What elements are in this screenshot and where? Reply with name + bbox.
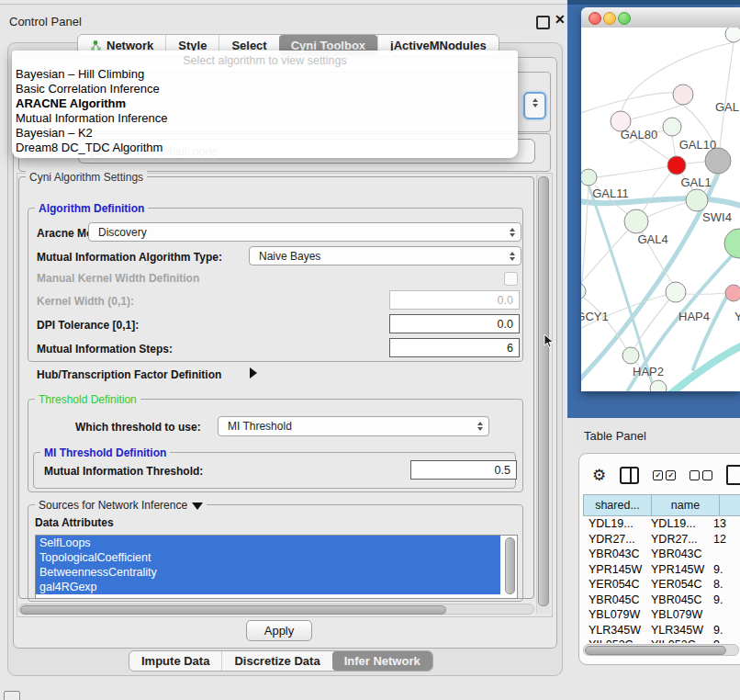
- which-threshold-label: Which threshold to use:: [75, 421, 201, 434]
- table-cell: YBL079W: [645, 608, 708, 621]
- algorithm-popup-list: Bayesian – Hill ClimbingBasic Correlatio…: [12, 67, 518, 155]
- algorithm-option[interactable]: Mutual Information Inference: [12, 111, 518, 126]
- mi-threshold-value: 0.5: [495, 464, 510, 477]
- deselect-all-icon[interactable]: [690, 470, 712, 480]
- table-horizontal-scrollbar[interactable]: [583, 644, 739, 656]
- tab-infer-network[interactable]: Infer Network: [332, 651, 432, 671]
- network-node[interactable]: [686, 189, 708, 211]
- tab-discretize-data[interactable]: Discretize Data: [221, 651, 331, 671]
- select-all-icon[interactable]: ✓✓: [653, 470, 676, 480]
- table-panel-titlebar: Table Panel: [567, 418, 740, 451]
- algorithm-option[interactable]: Bayesian – Hill Climbing: [12, 67, 518, 82]
- mi-steps-input[interactable]: 6: [389, 338, 520, 357]
- table-row[interactable]: YBL079WYBL079W: [583, 607, 740, 623]
- expand-arrow-icon[interactable]: [250, 367, 257, 378]
- table-cell: YBR043C: [583, 548, 645, 560]
- table-doc-icon[interactable]: [726, 465, 740, 485]
- network-node[interactable]: [663, 118, 681, 136]
- table-row[interactable]: YER054CYER054C8.: [583, 577, 740, 593]
- threshold-definition-title: Threshold Definition: [35, 393, 140, 406]
- network-canvas[interactable]: GALGAL80GAL10GAL1SWI4GAL11GAL4GCY1HAP4YH…: [581, 28, 740, 391]
- column-header-shared...[interactable]: shared...: [583, 494, 652, 516]
- node-label: HAP2: [633, 365, 664, 378]
- table-row[interactable]: YBR045CYBR045C9.: [583, 593, 740, 608]
- data-attributes-items: SelfLoopsTopologicalCoefficientBetweenne…: [36, 536, 517, 594]
- table-row[interactable]: YDR27...YDR27...12: [583, 532, 740, 548]
- network-node[interactable]: [667, 156, 686, 175]
- minimize-traffic-light-icon[interactable]: [603, 12, 616, 25]
- algorithm-option[interactable]: Dream8 DC_TDC Algorithm: [12, 141, 518, 155]
- node-label: SWI4: [702, 210, 732, 224]
- table-cell: YLR345W: [645, 624, 708, 637]
- mi-type-value: Naive Bayes: [259, 250, 320, 263]
- attribute-list-item[interactable]: SelfLoops: [36, 536, 500, 550]
- network-node[interactable]: [666, 282, 686, 302]
- node-label: HAP4: [678, 310, 710, 323]
- network-edge-thick: [669, 342, 740, 391]
- column-header-cut[interactable]: [720, 494, 740, 516]
- column-header-name[interactable]: name: [652, 494, 720, 516]
- table-row[interactable]: YDL19...YDL19...13: [583, 516, 740, 532]
- network-node[interactable]: [725, 28, 740, 42]
- attribute-list-item[interactable]: gal4RGexp: [36, 580, 500, 594]
- table-cell: YBR045C: [583, 593, 645, 606]
- table-row[interactable]: YPR145WYPR145W9.: [583, 562, 740, 578]
- network-edge: [720, 42, 734, 149]
- tab-impute-data[interactable]: Impute Data: [129, 651, 221, 671]
- table-row[interactable]: YLR345WYLR345W9.: [583, 623, 740, 638]
- sources-title-text: Sources for Network Inference: [39, 499, 187, 512]
- columns-icon[interactable]: [620, 467, 639, 484]
- dock-panel-icon[interactable]: [4, 691, 20, 700]
- collapse-arrow-icon[interactable]: [192, 502, 203, 510]
- apply-button[interactable]: Apply: [246, 620, 312, 641]
- vertical-scrollbar-thumb[interactable]: [538, 176, 549, 606]
- network-node[interactable]: [624, 209, 648, 233]
- attribute-list-item[interactable]: BetweennessCentrality: [36, 565, 500, 580]
- network-edge: [581, 221, 636, 285]
- network-node[interactable]: [622, 347, 639, 364]
- tab-label: Infer Network: [344, 654, 420, 668]
- algorithm-definition-title: Algorithm Definition: [35, 202, 148, 215]
- algorithm-option[interactable]: Basic Correlation Inference: [12, 82, 518, 96]
- table-cell: YIL052C: [645, 638, 708, 643]
- network-window-titlebar[interactable]: [581, 7, 740, 28]
- table-row[interactable]: YBR043CYBR043C: [583, 547, 740, 562]
- table-cell: 8.: [708, 578, 740, 591]
- mi-type-select[interactable]: Naive Bayes: [249, 246, 521, 265]
- settings-vertical-scrollbar[interactable]: [536, 175, 550, 614]
- algorithm-option[interactable]: Bayesian – K2: [12, 126, 518, 141]
- aracne-mode-select[interactable]: Discovery: [88, 222, 521, 242]
- network-node[interactable]: [705, 148, 731, 174]
- list-vertical-scrollbar[interactable]: [505, 537, 515, 594]
- dpi-tolerance-input[interactable]: 0.0: [389, 314, 520, 333]
- table-cell: YDR27...: [645, 533, 708, 546]
- zoom-traffic-light-icon[interactable]: [618, 12, 631, 25]
- settings-horizontal-scrollbar[interactable]: [18, 604, 534, 615]
- gear-icon[interactable]: ⚙: [592, 468, 606, 483]
- mi-threshold-input[interactable]: 0.5: [410, 460, 517, 480]
- table-cell: 12: [708, 533, 740, 546]
- kernel-width-input[interactable]: 0.0: [389, 290, 520, 310]
- network-edge: [684, 293, 726, 294]
- network-node[interactable]: [673, 85, 693, 105]
- table-cell: YBL079W: [583, 608, 645, 621]
- manual-kernel-checkbox[interactable]: [504, 272, 518, 286]
- network-node[interactable]: [581, 283, 586, 299]
- network-graph: GALGAL80GAL10GAL1SWI4GAL11GAL4GCY1HAP4YH…: [581, 28, 740, 391]
- network-node[interactable]: [724, 229, 740, 258]
- table-scrollbar-thumb[interactable]: [585, 646, 726, 655]
- float-window-icon[interactable]: [536, 16, 550, 29]
- close-traffic-light-icon[interactable]: [589, 12, 601, 25]
- horizontal-scrollbar-thumb[interactable]: [20, 605, 446, 615]
- table-row[interactable]: YIL052CYIL052C9.: [583, 638, 740, 643]
- control-panel-title: Control Panel: [9, 15, 82, 28]
- tab-label: Discretize Data: [234, 654, 320, 668]
- network-node[interactable]: [581, 169, 597, 186]
- tab-label: Impute Data: [141, 654, 209, 668]
- algorithm-option[interactable]: ARACNE Algorithm: [12, 96, 518, 111]
- network-node[interactable]: [725, 285, 740, 301]
- close-icon[interactable]: ✕: [555, 12, 566, 27]
- algorithm-combo-stepper-button[interactable]: [523, 92, 546, 119]
- attribute-list-item[interactable]: TopologicalCoefficient: [36, 550, 500, 565]
- which-threshold-select[interactable]: MI Threshold: [218, 416, 489, 436]
